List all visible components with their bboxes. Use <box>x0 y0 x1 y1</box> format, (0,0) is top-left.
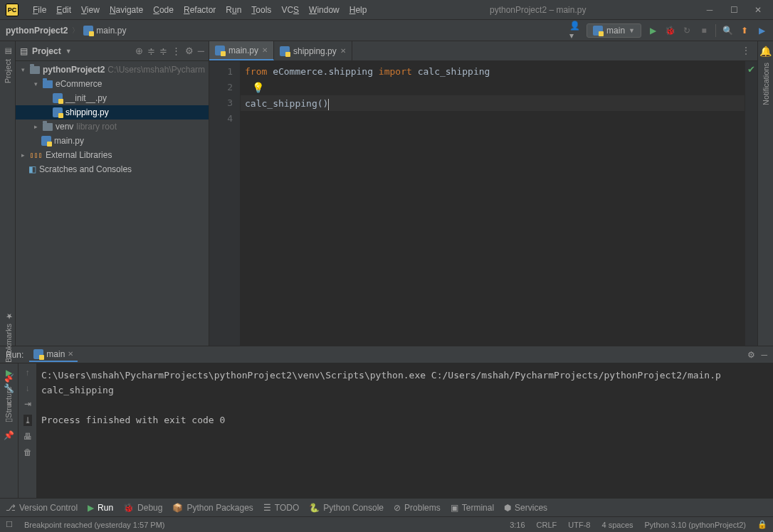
interpreter-setting[interactable]: Python 3.10 (pythonProject2) <box>645 521 746 529</box>
tab-todo[interactable]: ☰TODO <box>263 503 299 513</box>
code-editor[interactable]: from eCommerce.shipping import calc_ship… <box>241 61 745 346</box>
project-panel-header: ▤ Project ▼ ⊕ ≑ ≑ ⋮ ⚙ ─ <box>16 41 209 61</box>
debug-button[interactable]: 🐞 <box>664 25 675 36</box>
project-tool-tab[interactable]: Project ▤ <box>1 41 14 89</box>
hide-icon[interactable]: ─ <box>761 350 767 360</box>
pin-button[interactable]: 📌 <box>4 430 14 440</box>
settings-icon[interactable]: ⚙ <box>747 350 755 360</box>
chevron-icon: 〉 <box>72 26 79 36</box>
coverage-button[interactable]: ↻ <box>681 25 693 36</box>
soft-wrap-button[interactable]: ⇥ <box>24 399 31 409</box>
intention-bulb-icon[interactable]: 💡 <box>252 82 264 93</box>
editor-body[interactable]: 1 2 3 4 from eCommerce.shipping import c… <box>209 61 757 346</box>
tree-file-main[interactable]: main.py <box>16 134 209 148</box>
menu-navigate[interactable]: Navigate <box>105 4 147 16</box>
run-configuration-selector[interactable]: main ▼ <box>587 23 641 38</box>
tree-external-libraries[interactable]: ▸⫾⫾⫾ External Libraries <box>16 148 209 162</box>
lock-icon[interactable]: 🔒 <box>757 520 767 529</box>
menu-code[interactable]: Code <box>149 4 178 16</box>
close-tab-icon[interactable]: ✕ <box>68 350 73 358</box>
inspection-ok-icon[interactable]: ✔ <box>745 64 757 75</box>
tab-main[interactable]: main.py ✕ <box>209 41 274 60</box>
tree-root[interactable]: ▾ pythonProject2 C:\Users\mshah\Pycharm <box>16 63 209 77</box>
breadcrumb-file[interactable]: main.py <box>96 26 126 36</box>
console-output[interactable]: C:\Users\mshah\PycharmProjects\pythonPro… <box>37 363 773 498</box>
scroll-to-end-button[interactable]: ⤓ <box>23 415 32 426</box>
structure-tool-tab[interactable]: Structure 📌 <box>2 368 14 424</box>
tree-folder-venv[interactable]: ▸ venv library root <box>16 119 209 134</box>
todo-icon: ☰ <box>263 503 271 513</box>
menu-window[interactable]: Window <box>305 4 344 16</box>
menu-edit[interactable]: Edit <box>52 4 75 16</box>
show-options-icon[interactable]: ⋮ <box>172 46 181 56</box>
editor-area: main.py ✕ shipping.py ✕ ⋮ 1 2 3 4 from e… <box>209 41 757 346</box>
close-button[interactable]: ✕ <box>753 5 763 15</box>
indent-setting[interactable]: 4 spaces <box>601 521 633 529</box>
tab-version-control[interactable]: ⎇Version Control <box>6 503 78 513</box>
tab-services[interactable]: ⬢Services <box>504 503 547 513</box>
python-file-icon <box>280 46 290 56</box>
folder-icon <box>43 123 53 131</box>
down-button[interactable]: ↓ <box>26 383 30 393</box>
cursor-position[interactable]: 3:16 <box>510 521 525 529</box>
close-tab-icon[interactable]: ✕ <box>262 46 268 54</box>
breadcrumb: pythonProject2 〉 main.py <box>6 26 126 36</box>
notifications-tool-tab[interactable]: Notifications <box>760 57 772 111</box>
tabs-menu-icon[interactable]: ⋮ <box>735 41 757 60</box>
main-menu: File Edit View Navigate Code Refactor Ru… <box>28 4 371 16</box>
menu-help[interactable]: Help <box>345 4 372 16</box>
hide-icon[interactable]: ─ <box>198 46 204 56</box>
tab-terminal[interactable]: ▣Terminal <box>451 503 494 513</box>
print-button[interactable]: 🖶 <box>23 432 32 442</box>
tab-run[interactable]: ▶Run <box>88 503 113 513</box>
tab-problems[interactable]: ⊘Problems <box>394 503 441 513</box>
select-opened-file-icon[interactable]: ⊕ <box>135 46 143 56</box>
project-panel-title: Project <box>32 46 61 56</box>
tab-shipping[interactable]: shipping.py ✕ <box>274 41 352 60</box>
breadcrumb-project[interactable]: pythonProject2 <box>6 26 68 36</box>
add-user-icon[interactable]: 👤▾ <box>569 25 581 36</box>
update-button[interactable]: ⬆ <box>739 25 750 36</box>
tree-file-shipping[interactable]: shipping.py <box>16 105 209 119</box>
dropdown-icon: ▼ <box>629 27 635 34</box>
tree-file-init[interactable]: __init__.py <box>16 91 209 105</box>
stop-button[interactable]: ■ <box>698 25 710 36</box>
bookmarks-tool-tab[interactable]: Bookmarks ★ <box>2 306 14 368</box>
main-area: Project ▤ ▤ Project ▼ ⊕ ≑ ≑ ⋮ ⚙ ─ ▾ pyth… <box>0 41 773 346</box>
menu-run[interactable]: Run <box>221 4 246 16</box>
collapse-all-icon[interactable]: ≑ <box>159 46 167 56</box>
tree-folder-ecommerce[interactable]: ▾ eCommerce <box>16 77 209 91</box>
python-file-icon <box>41 136 51 146</box>
editor-tabs: main.py ✕ shipping.py ✕ ⋮ <box>209 41 757 61</box>
app-logo: PC <box>6 4 19 16</box>
run-tab-main[interactable]: main ✕ <box>29 348 78 362</box>
menu-view[interactable]: View <box>77 4 104 16</box>
settings-icon[interactable]: ⚙ <box>185 46 194 56</box>
branch-icon: ⎇ <box>6 503 16 513</box>
menu-tools[interactable]: Tools <box>247 4 275 16</box>
menu-refactor[interactable]: Refactor <box>179 4 220 16</box>
minimize-button[interactable]: ─ <box>705 5 715 15</box>
menu-vcs[interactable]: VCS <box>277 4 303 16</box>
tab-debug[interactable]: 🐞Debug <box>123 503 162 513</box>
line-separator[interactable]: CRLF <box>537 521 557 529</box>
file-encoding[interactable]: UTF-8 <box>568 521 590 529</box>
notifications-icon[interactable]: 🔔 <box>759 41 772 57</box>
python-file-icon <box>593 26 603 36</box>
expand-all-icon[interactable]: ≑ <box>147 46 155 56</box>
search-everywhere-button[interactable]: 🔍 <box>722 25 733 36</box>
ide-settings-button[interactable]: ▶ <box>756 25 767 36</box>
tab-python-console[interactable]: 🐍Python Console <box>309 503 384 513</box>
tree-scratches[interactable]: ◧ Scratches and Consoles <box>16 162 209 176</box>
run-button[interactable]: ▶ <box>647 25 658 36</box>
up-button[interactable]: ↑ <box>26 368 30 378</box>
menu-file[interactable]: File <box>28 4 51 16</box>
status-icon[interactable]: ☐ <box>6 520 13 529</box>
close-tab-icon[interactable]: ✕ <box>340 47 346 55</box>
project-tree[interactable]: ▾ pythonProject2 C:\Users\mshah\Pycharm … <box>16 61 209 346</box>
maximize-button[interactable]: ☐ <box>729 5 739 15</box>
clear-button[interactable]: 🗑 <box>23 447 32 457</box>
dropdown-icon[interactable]: ▼ <box>65 48 72 55</box>
tab-python-packages[interactable]: 📦Python Packages <box>172 503 253 513</box>
titlebar: PC File Edit View Navigate Code Refactor… <box>0 0 773 20</box>
